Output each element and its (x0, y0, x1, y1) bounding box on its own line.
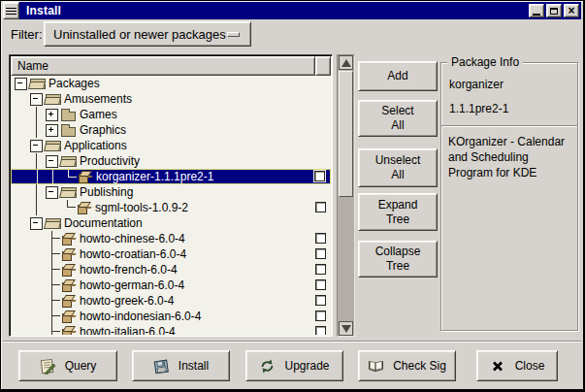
tree-row-label: Productivity (79, 154, 140, 168)
button-label: Close (515, 359, 545, 373)
tree-row[interactable]: Productivity (11, 153, 331, 169)
close-icon: × (568, 6, 574, 16)
window-menu-button[interactable] (3, 2, 19, 19)
package-description: KOrganizer - Calendar and Scheduling Pro… (448, 134, 570, 180)
tree-expander[interactable] (45, 122, 60, 138)
package-checkbox[interactable] (315, 279, 326, 290)
package-icon (77, 169, 95, 184)
tree-line (14, 138, 29, 153)
package-checkbox[interactable] (315, 310, 326, 321)
close-window-button[interactable]: × (564, 4, 579, 17)
tree-expander[interactable] (29, 91, 45, 107)
package-checkbox[interactable] (314, 171, 325, 181)
tree-indent (14, 184, 45, 200)
tree-row[interactable]: howto-croatian-6.0-4 (11, 246, 331, 262)
button-label: Upgrade (284, 359, 329, 373)
name-column-header[interactable]: Name (11, 56, 315, 76)
tree-scrollbar[interactable] (337, 54, 355, 337)
tree-row-label: Documentation (63, 216, 143, 230)
window-title: Install (26, 4, 61, 17)
tree-indent (14, 246, 45, 262)
button-label: Install (179, 359, 209, 373)
scroll-up-icon (341, 59, 351, 67)
tree-row[interactable]: sgml-tools-1.0.9-2 (11, 200, 331, 215)
check-sig-button[interactable]: Check Sig (358, 350, 456, 381)
tree-indent (14, 262, 45, 278)
tree-line (15, 170, 30, 183)
add-button[interactable]: Add (358, 61, 438, 91)
tree-row-label: korganizer-1.1.1pre2-1 (95, 170, 213, 183)
install-button[interactable]: Install (132, 350, 230, 381)
package-checkbox[interactable] (315, 264, 326, 275)
tree-line (29, 293, 45, 309)
tree-line (29, 200, 45, 215)
maximize-button[interactable] (546, 4, 562, 17)
titlebar[interactable]: Install × (3, 2, 581, 19)
tree-line (29, 122, 45, 138)
tree-line (29, 324, 45, 335)
unselect-all-button[interactable]: Unselect All (358, 148, 438, 187)
tree-row-label: Games (79, 108, 117, 121)
tree-row[interactable]: howto-french-6.0-4 (11, 262, 331, 278)
package-checkbox[interactable] (315, 233, 326, 244)
tree-row[interactable]: Publishing (11, 184, 331, 200)
tree-row[interactable]: howto-chinese-6.0-4 (11, 231, 331, 246)
tree-row-label: Amusements (63, 92, 132, 106)
query-button[interactable]: Query (18, 350, 117, 381)
tree-row[interactable]: Documentation (11, 215, 331, 231)
tree-expander[interactable] (45, 153, 60, 169)
tree-row[interactable]: howto-italian-6.0-4 (11, 324, 331, 335)
tree-indent (14, 324, 45, 335)
tree-row[interactable]: Amusements (11, 91, 331, 107)
tree-row-label: Graphics (79, 123, 126, 137)
tree-expander[interactable] (45, 107, 60, 122)
scrollbar-thumb[interactable] (339, 71, 353, 197)
package-tree: Name Packages Amusements Games Graphics … (9, 54, 333, 337)
tree-row[interactable]: Applications (11, 138, 331, 153)
select-all-button[interactable]: Select All (358, 100, 438, 137)
minimize-button[interactable] (529, 4, 544, 17)
tree-row-label: howto-chinese-6.0-4 (79, 232, 185, 245)
folder-open-icon (45, 91, 63, 107)
tree-connector (61, 170, 77, 183)
filter-dropdown-value: Uninstalled or newer packages (53, 27, 226, 42)
package-checkbox[interactable] (315, 295, 326, 306)
expand-tree-button[interactable]: Expand Tree (358, 193, 438, 231)
tree-line (29, 231, 45, 246)
tree-line (14, 215, 29, 231)
close-button[interactable]: Close (476, 350, 558, 381)
tree-connector (60, 200, 76, 215)
package-info-separator (441, 125, 577, 127)
package-checkbox[interactable] (315, 202, 326, 212)
tree-indent (14, 107, 45, 122)
tree-line (29, 107, 45, 122)
tree-expander[interactable] (29, 215, 45, 231)
upgrade-button[interactable]: Upgrade (245, 350, 343, 381)
filter-dropdown[interactable]: Uninstalled or newer packages (44, 21, 251, 47)
window-controls: × (529, 4, 581, 17)
tree-row[interactable]: korganizer-1.1.1pre2-1 (11, 169, 331, 184)
folder-closed-icon (60, 107, 79, 122)
tree-row[interactable]: howto-indonesian-6.0-4 (11, 309, 331, 324)
tree-expander[interactable] (45, 184, 60, 200)
tree-indent (14, 231, 45, 246)
checkbox-column-header[interactable] (315, 56, 331, 76)
tree-expander[interactable] (14, 76, 29, 91)
scroll-down-button[interactable] (339, 321, 353, 336)
window-menu-icon (6, 7, 16, 16)
tree-row[interactable]: Graphics (11, 122, 331, 138)
tree-indent (14, 200, 60, 215)
tree-row[interactable]: howto-german-6.0-4 (11, 278, 331, 293)
tree-line (29, 246, 45, 262)
tree-line (29, 309, 45, 324)
package-checkbox[interactable] (315, 326, 326, 335)
refresh-arrows-icon (259, 358, 276, 375)
tree-expander[interactable] (29, 138, 45, 153)
collapse-tree-button[interactable]: Collapse Tree (358, 241, 438, 278)
tree-row[interactable]: Games (11, 107, 331, 122)
tree-line (14, 91, 29, 107)
scroll-up-button[interactable] (339, 55, 353, 70)
package-checkbox[interactable] (315, 248, 326, 259)
tree-row[interactable]: Packages (11, 76, 331, 91)
tree-row[interactable]: howto-greek-6.0-4 (11, 293, 331, 309)
